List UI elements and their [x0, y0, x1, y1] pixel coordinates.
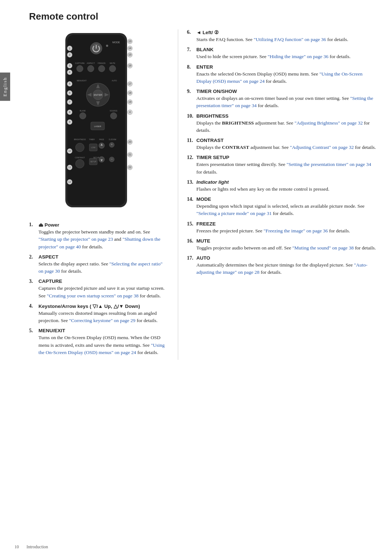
svg-point-56	[77, 65, 83, 72]
svg-text:16: 16	[128, 64, 131, 67]
svg-text:MENU/EXIT: MENU/EXIT	[77, 80, 86, 82]
item-link[interactable]: "Setting the presentation timer" on page…	[196, 95, 373, 108]
item-number: 5.	[29, 328, 36, 356]
list-item: 15. FREEZE Freezes the projected picture…	[187, 221, 377, 235]
list-item: 11. CONTRAST Displays the CONTRAST adjus…	[187, 138, 377, 151]
svg-text:MUTE: MUTE	[110, 62, 115, 64]
svg-text:TIMER: TIMER	[89, 138, 95, 141]
item-title: ENTER	[196, 64, 377, 70]
item-desc: Captures the projected picture and save …	[38, 285, 167, 300]
item-link[interactable]: "Starting up the projector" on page 23	[38, 236, 113, 242]
svg-text:D.ZOOM: D.ZOOM	[109, 138, 116, 141]
svg-text:SETUP: SETUP	[90, 160, 97, 163]
svg-text:13: 13	[128, 40, 131, 42]
item-title: AUTO	[196, 255, 377, 261]
main-content: Remote control MODE 1 2	[15, 0, 392, 374]
svg-text:20: 20	[128, 141, 131, 143]
item-title: ⏏ Power	[38, 222, 167, 228]
item-body: FREEZE Freezes the projected picture. Se…	[196, 221, 350, 235]
item-title: ◄ Left/ ②	[196, 29, 348, 35]
item-desc: Toggles the projector between standby mo…	[38, 228, 167, 251]
svg-text:10: 10	[68, 150, 71, 152]
item-desc: Selects the display aspect ratio. See "S…	[38, 260, 167, 275]
svg-text:7: 7	[69, 101, 70, 103]
item-link[interactable]: "Hiding the image" on page 36	[268, 54, 328, 59]
item-body: CONTRAST Displays the CONTRAST adjustmen…	[196, 138, 376, 151]
svg-text:1: 1	[69, 47, 70, 50]
item-link[interactable]: "Selecting a picture mode" on page 31	[196, 211, 271, 216]
footer-section: Introduction	[26, 544, 48, 549]
svg-text:BRIGHTNESS: BRIGHTNESS	[74, 138, 86, 141]
item-body: AUTO Automatically determines the best p…	[196, 255, 377, 276]
item-number: 3.	[29, 278, 36, 300]
item-number: 17.	[187, 255, 194, 276]
item-title: Indicator light	[196, 179, 329, 185]
svg-text:2: 2	[69, 53, 70, 56]
item-desc: Flashes or lights red when any key on th…	[196, 186, 329, 193]
item-number: 4.	[29, 303, 36, 325]
item-link[interactable]: "Auto-adjusting the image" on page 28	[196, 262, 367, 275]
item-number: 1.	[29, 222, 36, 251]
right-column: 6. ◄ Left/ ② Starts the FAQ function. Se…	[178, 29, 377, 360]
item-link[interactable]: "Adjusting Contrast" on page 32	[290, 145, 354, 150]
item-link[interactable]: "Setting the presentation timer" on page…	[286, 162, 371, 167]
page-number: 10	[15, 544, 19, 549]
list-item: 13. Indicator light Flashes or lights re…	[187, 179, 377, 193]
item-title: CAPTURE	[38, 278, 167, 284]
item-title: CONTRAST	[196, 138, 376, 143]
item-desc: Starts the FAQ function. See "Utilizing …	[196, 36, 348, 43]
list-item: 12. TIMER SETUP Enters presentation time…	[187, 155, 377, 176]
list-item: 3. CAPTURE Captures the projected pictur…	[29, 278, 167, 300]
item-body: Keystone/Arrow keys ( ▽/▲ Up, △/▼ Down) …	[38, 303, 167, 325]
svg-point-71	[79, 113, 86, 119]
item-link[interactable]: "Using the On-Screen Display (OSD) menus…	[196, 71, 363, 84]
item-title: BRIGHTNESS	[196, 113, 377, 119]
item-link[interactable]: "Muting the sound" on page 38	[293, 245, 354, 251]
svg-text:21: 21	[128, 153, 131, 156]
item-number: 8.	[187, 64, 194, 85]
svg-text:4: 4	[69, 71, 70, 73]
remote-svg: MODE 1 2 3 4 5 6 7	[44, 29, 152, 215]
item-desc: Turns on the On-Screen Display (OSD) men…	[38, 334, 167, 356]
item-number: 16.	[187, 238, 194, 252]
item-number: 11.	[187, 138, 194, 151]
item-body: TIMER ON/SHOW Activates or displays an o…	[196, 89, 377, 110]
item-link[interactable]: "Using the On-Screen Display (OSD) menus…	[38, 342, 164, 355]
item-desc: Automatically determines the best pictur…	[196, 261, 377, 276]
item-body: BRIGHTNESS Displays the BRIGHTNESS adjus…	[196, 113, 377, 134]
item-title: Keystone/Arrow keys ( ▽/▲ Up, △/▼ Down)	[38, 303, 167, 309]
side-tab: English	[0, 73, 10, 101]
svg-text:FREEZE: FREEZE	[98, 62, 106, 64]
item-body: BLANK Used to hide the screen picture. S…	[196, 47, 351, 60]
two-column-layout: MODE 1 2 3 4 5 6 7	[29, 29, 377, 360]
svg-point-79	[75, 143, 84, 152]
item-number: 13.	[187, 179, 194, 193]
item-body: MODE Depending upon which input signal i…	[196, 196, 377, 217]
list-item: 2. ASPECT Selects the display aspect rat…	[29, 254, 167, 275]
svg-text:5: 5	[69, 82, 70, 85]
item-link[interactable]: "Utilizing FAQ function" on page 36	[254, 37, 326, 42]
item-desc: Used to hide the screen picture. See "Hi…	[196, 53, 351, 60]
item-link[interactable]: "Selecting the aspect ratio" on page 30	[38, 261, 163, 274]
item-title: MODE	[196, 196, 377, 202]
item-number: 6.	[187, 29, 194, 43]
svg-text:ENTER: ENTER	[94, 94, 102, 96]
item-body: Indicator light Flashes or lights red wh…	[196, 179, 329, 193]
item-desc: Enacts the selected On-Screen Display (O…	[196, 70, 377, 85]
item-link[interactable]: "Creating your own startup screen" on pa…	[47, 293, 139, 298]
item-desc: Enters presentation timer setting direct…	[196, 161, 377, 176]
item-desc: Manually corrects distorted images resul…	[38, 310, 167, 325]
item-body: ENTER Enacts the selected On-Screen Disp…	[196, 64, 377, 85]
list-item: 17. AUTO Automatically determines the be…	[187, 255, 377, 276]
svg-point-57	[87, 65, 94, 72]
svg-text:MODE: MODE	[113, 41, 120, 44]
list-item: 5. MENU/EXIT Turns on the On-Screen Disp…	[29, 328, 167, 356]
item-link[interactable]: "Correcting keystone" on page 29	[69, 318, 135, 323]
item-link[interactable]: "Adjusting Brightness" on page 32	[294, 120, 363, 126]
item-title: FREEZE	[196, 221, 350, 227]
item-link[interactable]: "Freezing the image" on page 36	[264, 228, 328, 233]
item-title: ASPECT	[38, 254, 167, 260]
list-item: 1. ⏏ Power Toggles the projector between…	[29, 222, 167, 251]
svg-text:11: 11	[68, 166, 71, 168]
list-item: 4. Keystone/Arrow keys ( ▽/▲ Up, △/▼ Dow…	[29, 303, 167, 325]
